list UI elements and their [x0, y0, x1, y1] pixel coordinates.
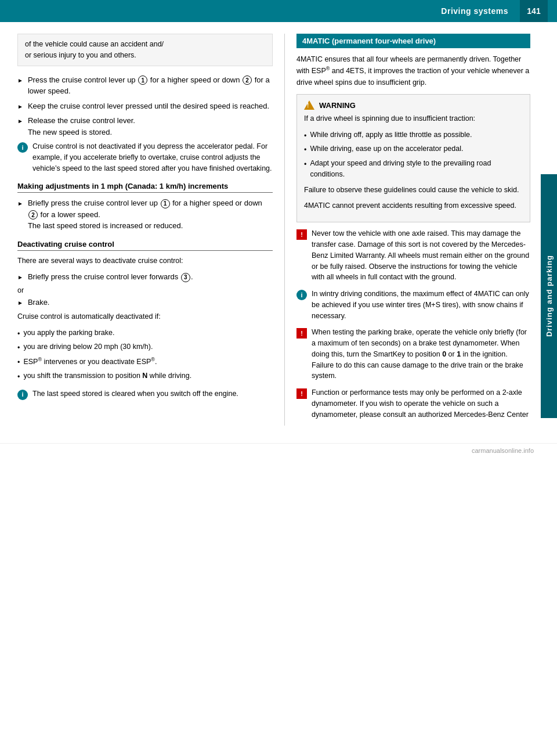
warn-dot-3-text: Adapt your speed and driving style to th…: [310, 158, 523, 180]
warn-dot-bullet-3: •: [304, 159, 306, 170]
dot-bullet-3: •: [17, 357, 20, 368]
arrow-icon-2: ►: [17, 102, 23, 111]
deact-bullet-1-text: Briefly press the cruise control lever f…: [28, 271, 273, 283]
side-tab: Driving and parking: [541, 174, 557, 418]
dot-bullet-2: •: [17, 343, 20, 354]
notice-box: of the vehicle could cause an accident a…: [17, 34, 273, 66]
warn-dot-3: • Adapt your speed and driving style to …: [304, 158, 523, 180]
warn-item-1-text: Never tow the vehicle with one axle rais…: [312, 228, 530, 283]
deact-dot-3-text: ESP® intervenes or you deactivate ESP®.: [23, 356, 273, 368]
deact-dot-2: • you are driving below 20 mph (30 km/h)…: [17, 341, 273, 354]
right-col: 4MATIC (permanent four-wheel drive) 4MAT…: [284, 34, 536, 426]
speed-bullet-3: ► Release the cruise control lever. The …: [17, 115, 273, 138]
warning-triangle-icon: [304, 100, 314, 110]
warn-item-3: ! Function or performance tests may only…: [296, 387, 530, 420]
info-icon-2: i: [17, 390, 28, 400]
right-info-item-1: i In wintry driving conditions, the maxi…: [296, 289, 530, 321]
info-icon-1: i: [17, 142, 28, 153]
deact-dot-4: • you shift the transmission to position…: [17, 370, 273, 383]
deact-dot-3: • ESP® intervenes or you deactivate ESP®…: [17, 356, 273, 368]
fourmatic-header: 4MATIC (permanent four-wheel drive): [296, 34, 530, 48]
arrow-icon-3: ►: [17, 117, 23, 125]
deact-dot-4-text: you shift the transmission to position N…: [23, 370, 273, 381]
warn-dot-1: • While driving off, apply as little thr…: [304, 129, 523, 142]
arrow-icon-deact2: ►: [17, 298, 23, 307]
deactivating-intro: There are several ways to deactivate cru…: [17, 255, 273, 267]
warning-footer2: 4MATIC cannot prevent accidents resultin…: [304, 200, 523, 211]
left-col: of the vehicle could cause an accident a…: [0, 34, 284, 426]
warn-dot-bullet-1: •: [304, 131, 306, 142]
circle-adj-1: 1: [161, 199, 170, 208]
circle-adj-2: 2: [28, 210, 38, 219]
warn-dot-bullet-2: •: [304, 145, 306, 156]
info-text-2: The last speed stored is cleared when yo…: [32, 388, 273, 399]
dot-bullet-1: •: [17, 329, 20, 340]
warn-icon-1: !: [296, 229, 307, 240]
or-text: or: [17, 286, 273, 294]
warn-item-2-text: When testing the parking brake, operate …: [312, 327, 530, 381]
warn-dot-2-text: While driving, ease up on the accelerato…: [310, 143, 523, 154]
circle-1: 1: [138, 75, 147, 85]
warning-box-title: WARNING: [304, 100, 523, 110]
warn-icon-2: !: [296, 328, 307, 339]
side-tab-label: Driving and parking: [545, 255, 554, 337]
warn-item-2: ! When testing the parking brake, operat…: [296, 327, 530, 381]
right-info-icon-1: i: [296, 290, 307, 300]
speed-bullet-2-text: Keep the cruise control lever pressed un…: [28, 100, 273, 112]
arrow-icon-adj: ►: [17, 199, 23, 208]
header-bar: Driving systems 141: [0, 0, 557, 22]
right-info-text-1: In wintry driving conditions, the maximu…: [312, 289, 530, 321]
deact-dot-1: • you apply the parking brake.: [17, 327, 273, 340]
arrow-icon-deact1: ►: [17, 273, 23, 282]
notice-line1: of the vehicle could cause an accident a…: [25, 40, 164, 48]
info-text-1: Cruise control is not deactivated if you…: [32, 141, 273, 174]
fourmatic-intro: 4MATIC ensures that all four wheels are …: [296, 54, 530, 88]
warn-icon-3: !: [296, 388, 307, 399]
warning-box: WARNING If a drive wheel is spinning due…: [296, 94, 530, 222]
notice-line2: or serious injury to you and others.: [25, 51, 136, 59]
watermark: carmanualsonline.info: [0, 443, 557, 458]
speed-bullet-1: ► Press the cruise control lever up 1 fo…: [17, 74, 273, 97]
deact-bullet-2: ► Brake.: [17, 297, 273, 308]
warn-item-1: ! Never tow the vehicle with one axle ra…: [296, 228, 530, 283]
warn-dot-1-text: While driving off, apply as little throt…: [310, 129, 523, 141]
chapter-title: Driving systems: [441, 6, 508, 16]
warning-box-title-text: WARNING: [319, 101, 356, 110]
circle-deact-3: 3: [181, 273, 190, 282]
adjustment-bullet: ► Briefly press the cruise control lever…: [17, 197, 273, 232]
auto-deact-intro: Cruise control is automatically deactiva…: [17, 311, 273, 322]
dot-bullet-4: •: [17, 372, 20, 383]
deact-bullet-2-text: Brake.: [28, 297, 273, 308]
content-wrapper: of the vehicle could cause an accident a…: [0, 22, 557, 437]
section-heading-adjustments: Making adjustments in 1 mph (Canada: 1 k…: [17, 182, 273, 193]
page-number: 141: [520, 0, 548, 22]
warn-item-3-text: Function or performance tests may only b…: [312, 387, 530, 420]
arrow-icon-1: ►: [17, 76, 23, 85]
warning-intro: If a drive wheel is spinning due to insu…: [304, 113, 523, 124]
info-item-1: i Cruise control is not deactivated if y…: [17, 141, 273, 174]
speed-bullet-1-text: Press the cruise control lever up 1 for …: [28, 74, 273, 97]
warn-dot-2: • While driving, ease up on the accelera…: [304, 143, 523, 156]
speed-bullet-3-text: Release the cruise control lever. The ne…: [28, 115, 273, 138]
info-item-2: i The last speed stored is cleared when …: [17, 388, 273, 400]
circle-2: 2: [243, 75, 252, 85]
deact-bullet-1: ► Briefly press the cruise control lever…: [17, 271, 273, 283]
warning-footer1: Failure to observe these guidelines coul…: [304, 185, 523, 196]
adjustment-bullet-text: Briefly press the cruise control lever u…: [28, 197, 273, 232]
deact-dot-2-text: you are driving below 20 mph (30 km/h).: [23, 341, 273, 352]
section-heading-deactivating: Deactivating cruise control: [17, 240, 273, 251]
speed-bullet-2: ► Keep the cruise control lever pressed …: [17, 100, 273, 112]
deact-dot-1-text: you apply the parking brake.: [23, 327, 273, 339]
